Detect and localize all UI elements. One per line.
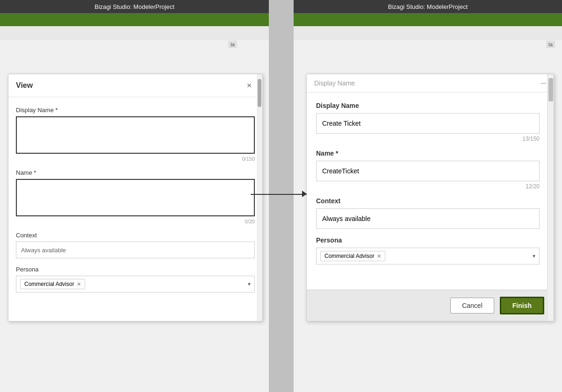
left-scrollbar-thumb[interactable] <box>258 79 261 107</box>
right-panel-header: Display Name ─ <box>307 74 554 93</box>
right-context-label: Context <box>316 197 540 205</box>
left-context-label: Context <box>16 232 255 239</box>
right-minimize-button[interactable]: ─ <box>541 79 546 87</box>
left-close-button[interactable]: × <box>244 80 255 91</box>
left-context-group: Context <box>16 232 255 258</box>
right-display-name-group: Display Name 13/150 <box>316 102 540 142</box>
left-name-count: 0/20 <box>16 219 255 224</box>
app-title-left: Bizagi Studio: ModelerProject <box>94 3 174 10</box>
right-name-label: Name * <box>316 150 540 157</box>
left-name-group: Name * 0/20 <box>16 169 255 224</box>
right-persona-tag-close[interactable]: × <box>377 252 381 260</box>
left-persona-group: Persona Commercial Advisor × ▾ <box>16 266 255 292</box>
finish-button[interactable]: Finish <box>500 297 544 314</box>
left-name-input[interactable] <box>16 179 255 216</box>
arrow-head <box>302 191 307 197</box>
title-bar-left: Bizagi Studio: ModelerProject <box>0 0 269 13</box>
app-title-right: Bizagi Studio: ModelerProject <box>388 3 468 10</box>
left-persona-tag-label: Commercial Advisor <box>24 281 74 287</box>
left-display-name-label: Display Name * <box>16 107 255 114</box>
arrow-container <box>251 187 307 201</box>
right-panel-footer: Cancel Finish <box>307 290 554 321</box>
left-persona-dropdown-arrow[interactable]: ▾ <box>248 281 251 287</box>
right-persona-tags: Commercial Advisor × <box>320 251 533 261</box>
right-persona-tag: Commercial Advisor × <box>320 251 385 261</box>
right-display-name-label: Display Name <box>316 102 540 109</box>
right-context-input[interactable] <box>316 208 540 229</box>
right-tab-label <box>297 32 305 34</box>
left-display-name-group: Display Name * 0/150 <box>16 107 255 162</box>
left-panel-title: View <box>16 81 33 90</box>
left-tab-label <box>4 32 11 34</box>
right-context-group: Context <box>316 197 540 229</box>
right-name-input[interactable] <box>316 161 540 181</box>
right-edge-tab: ta <box>546 41 555 48</box>
right-persona-tag-label: Commercial Advisor <box>324 253 375 259</box>
left-display-name-input[interactable] <box>16 116 255 154</box>
left-panel-header: View × <box>8 74 262 97</box>
right-name-group: Name * 12/20 <box>316 150 540 190</box>
left-persona-tag-close[interactable]: × <box>77 280 81 288</box>
left-persona-tag: Commercial Advisor × <box>20 279 85 289</box>
left-context-input[interactable] <box>16 242 255 258</box>
tab-area-right <box>294 26 562 40</box>
right-panel: Display Name ─ Display Name 13/150 Name … <box>306 74 554 321</box>
left-persona-container[interactable]: Commercial Advisor × ▾ <box>16 276 255 292</box>
right-scrollbar-thumb[interactable] <box>548 78 553 101</box>
right-display-name-count: 13/150 <box>316 135 540 142</box>
left-panel-body: Display Name * 0/150 Name * 0/20 Context… <box>8 97 262 321</box>
left-persona-tags: Commercial Advisor × <box>20 279 248 289</box>
left-edge-tab: ta <box>228 41 237 48</box>
title-bar-right: Bizagi Studio: ModelerProject <box>294 0 562 13</box>
right-scrollbar-track[interactable] <box>547 74 554 321</box>
right-name-count: 12/20 <box>316 183 540 190</box>
right-panel-header-label: Display Name <box>314 79 355 87</box>
arrow-line <box>251 194 307 195</box>
left-persona-label: Persona <box>16 266 255 273</box>
left-name-label: Name * <box>16 169 255 176</box>
left-panel: View × Display Name * 0/150 Name * 0/20 … <box>8 74 263 321</box>
right-persona-group: Persona Commercial Advisor × ▾ <box>316 236 540 264</box>
right-display-name-input[interactable] <box>316 113 540 134</box>
right-persona-container[interactable]: Commercial Advisor × ▾ <box>316 248 540 264</box>
cancel-button[interactable]: Cancel <box>450 298 494 314</box>
left-display-name-count: 0/150 <box>16 156 255 162</box>
right-persona-label: Persona <box>316 236 540 244</box>
right-persona-dropdown-arrow[interactable]: ▾ <box>533 253 535 259</box>
tab-area-left <box>0 26 269 40</box>
right-panel-body: Display Name 13/150 Name * 12/20 Context… <box>307 93 554 290</box>
